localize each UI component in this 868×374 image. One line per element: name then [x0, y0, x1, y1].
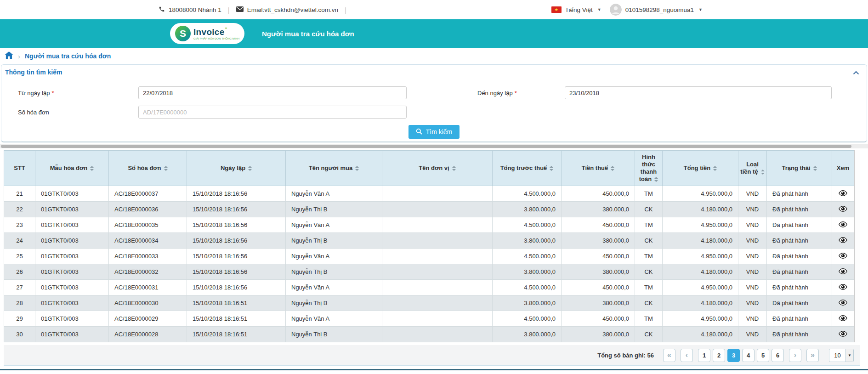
cell-loai-tien-te: VND: [738, 264, 767, 280]
column-header-tong-tien[interactable]: Tổng tiền: [663, 151, 738, 186]
sort-icon[interactable]: [248, 166, 252, 171]
logo-swoosh-icon: ”: [225, 28, 227, 32]
next-page-button[interactable]: ›: [789, 349, 801, 362]
sort-icon[interactable]: [90, 166, 94, 171]
cell-ten-on-vi: [382, 202, 493, 217]
cell-tong-tien: 4.950.000,0: [663, 311, 738, 327]
table-row: 2401GTKT0/003AC/18E000003415/10/2018 18:…: [4, 233, 854, 249]
invoice-number-input[interactable]: [138, 106, 407, 119]
view-invoice-button[interactable]: [832, 295, 854, 311]
chevron-up-icon[interactable]: [852, 68, 860, 77]
cell-ten-on-vi: [382, 217, 493, 233]
cell-ten-nguoi-mua: Nguyễn Văn A: [286, 311, 382, 327]
cell-trang-thai: Đã phát hành: [767, 327, 832, 342]
cell-stt: 25: [4, 249, 35, 264]
eye-icon[interactable]: [839, 331, 847, 337]
eye-icon[interactable]: [839, 221, 847, 227]
sort-icon[interactable]: [550, 166, 553, 171]
view-invoice-button[interactable]: [832, 233, 854, 249]
column-header-trang-thai[interactable]: Trạng thái: [767, 151, 832, 186]
cell-stt: 23: [4, 217, 35, 233]
column-header-so-hoa-on[interactable]: Số hóa đơn: [109, 151, 187, 186]
first-page-button[interactable]: «: [663, 349, 675, 362]
view-invoice-button[interactable]: [832, 264, 854, 280]
to-date-input[interactable]: [565, 86, 832, 99]
from-date-label: Từ ngày lập*: [1, 90, 138, 96]
page-button-2[interactable]: 2: [713, 349, 725, 362]
page-size-select[interactable]: 10 ▼: [829, 349, 854, 362]
cell-loai-tien-te: VND: [738, 311, 767, 327]
page-button-5[interactable]: 5: [757, 349, 769, 362]
eye-icon[interactable]: [839, 237, 847, 243]
sort-icon[interactable]: [713, 166, 717, 171]
breadcrumb-current[interactable]: Người mua tra cứu hóa đơn: [25, 52, 111, 60]
separator: |: [345, 6, 346, 14]
cell-tien-thue: 450.000,0: [562, 186, 635, 202]
column-header-ngay-lap[interactable]: Ngày lập: [187, 151, 286, 186]
eye-icon[interactable]: [839, 268, 847, 274]
view-invoice-button[interactable]: [832, 186, 854, 202]
eye-icon[interactable]: [839, 300, 847, 306]
eye-icon[interactable]: [839, 253, 847, 259]
page-button-3[interactable]: 3: [727, 349, 740, 362]
cell-tong-tien: 4.180.000,0: [663, 264, 738, 280]
sort-icon[interactable]: [813, 166, 817, 171]
sort-icon[interactable]: [355, 166, 359, 171]
eye-icon[interactable]: [839, 284, 847, 290]
support-email[interactable]: Email:vtt_cskhdn@viettel.com.vn: [247, 6, 338, 13]
view-invoice-button[interactable]: [832, 311, 854, 327]
app-logo[interactable]: S Invoice ” GIẢI PHÁP HÓA ĐƠN THÔNG MINH: [170, 23, 244, 44]
cell-loai-tien-te: VND: [738, 233, 767, 249]
chevron-down-icon[interactable]: ▼: [845, 349, 853, 362]
language-selector[interactable]: Tiếng Việt: [565, 6, 593, 13]
sort-icon[interactable]: [654, 177, 658, 182]
sort-icon[interactable]: [164, 166, 168, 171]
search-panel-title: Thông tin tìm kiếm: [5, 68, 62, 76]
cell-hinh-thuc-thanh-toan: TM: [635, 186, 663, 202]
page-button-4[interactable]: 4: [742, 349, 755, 362]
horizontal-scrollbar[interactable]: [0, 144, 868, 148]
sort-icon[interactable]: [761, 170, 765, 175]
cell-tien-thue: 380.000,0: [562, 233, 635, 249]
vertical-scrollbar[interactable]: [854, 150, 860, 342]
cell-ngay-lap: 15/10/2018 18:16:56: [187, 186, 286, 202]
page-button-1[interactable]: 1: [698, 349, 710, 362]
column-header-mau-hoa-on[interactable]: Mẫu hóa đơn: [35, 151, 109, 186]
cell-ten-nguoi-mua: Nguyễn Thị B: [286, 202, 382, 217]
chevron-down-icon[interactable]: ▼: [597, 7, 601, 12]
sort-icon[interactable]: [611, 166, 614, 171]
search-button[interactable]: Tìm kiếm: [408, 125, 460, 139]
table-row: 3001GTKT0/003AC/18E000002815/10/2018 18:…: [4, 327, 854, 342]
column-header-label: Tên đơn vị: [419, 164, 449, 171]
cell-tong-tien: 4.950.000,0: [663, 249, 738, 264]
view-invoice-button[interactable]: [832, 280, 854, 295]
last-page-button[interactable]: »: [806, 349, 819, 362]
column-header-ten-nguoi-mua[interactable]: Tên người mua: [286, 151, 382, 186]
column-header-ten-on-vi[interactable]: Tên đơn vị: [382, 151, 493, 186]
eye-icon[interactable]: [839, 190, 847, 196]
cell-tien-thue: 380.000,0: [562, 202, 635, 217]
horizontal-scrollbar-thumb[interactable]: [1, 145, 851, 148]
view-invoice-button[interactable]: [832, 217, 854, 233]
cell-tong-truoc-thue: 4.500.000,0: [493, 217, 562, 233]
column-header-label: Tổng tiền: [684, 164, 711, 171]
prev-page-button[interactable]: ‹: [681, 349, 693, 362]
eye-icon[interactable]: [839, 315, 847, 321]
user-menu[interactable]: 0101598298_nguoimua1: [625, 6, 694, 13]
sort-icon[interactable]: [452, 166, 456, 171]
eye-icon[interactable]: [839, 206, 847, 212]
page-button-6[interactable]: 6: [772, 349, 784, 362]
cell-tong-truoc-thue: 3.800.000,0: [493, 202, 562, 217]
column-header-hinh-thuc-thanh-toan[interactable]: Hình thức thanh toán: [635, 151, 663, 186]
view-invoice-button[interactable]: [832, 249, 854, 264]
chevron-down-icon[interactable]: ▼: [698, 7, 703, 12]
column-header-tien-thue[interactable]: Tiền thuế: [562, 151, 635, 186]
view-invoice-button[interactable]: [832, 327, 854, 342]
column-header-tong-truoc-thue[interactable]: Tổng trước thuế: [493, 151, 562, 186]
home-icon[interactable]: [5, 51, 13, 61]
from-date-input[interactable]: [138, 86, 407, 99]
cell-trang-thai: Đã phát hành: [767, 186, 832, 202]
view-invoice-button[interactable]: [832, 202, 854, 217]
column-header-loai-tien-te[interactable]: Loại tiền tệ: [738, 151, 767, 186]
cell-trang-thai: Đã phát hành: [767, 233, 832, 249]
